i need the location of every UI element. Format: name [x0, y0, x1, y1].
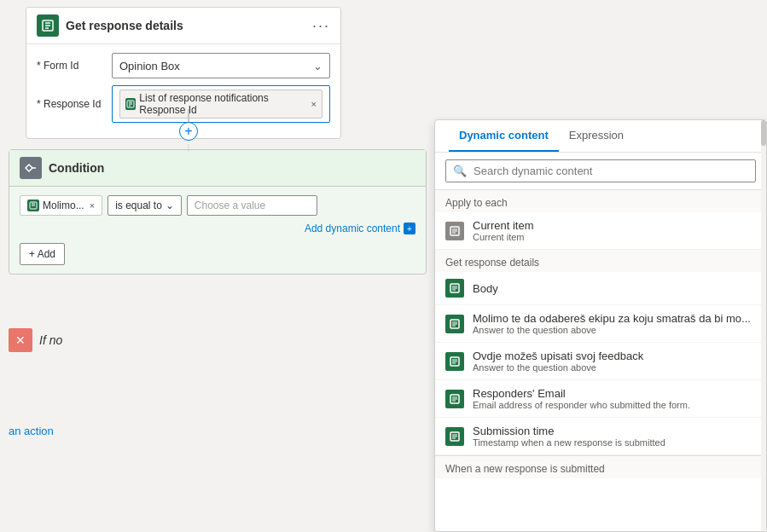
responders-email-icon [445, 390, 464, 408]
condition-token-chip: Molimo... × [20, 195, 102, 216]
body-icon [445, 279, 464, 298]
form-id-value: Opinion Box [119, 60, 180, 72]
forms-icon [37, 14, 59, 37]
condition-card: Condition Molimo... × is equal to [9, 149, 427, 275]
ovdje-name: Ovdje možeš upisati svoj feedback [473, 350, 756, 362]
submission-time-info: Submission time Timestamp when a new res… [473, 425, 756, 448]
ifno-x-icon: ✕ [9, 328, 32, 352]
tab-dynamic-content[interactable]: Dynamic content [449, 120, 559, 152]
add-dynamic-badge-icon: + [404, 223, 415, 234]
ovdje-info: Ovdje možeš upisati svoj feedback Answer… [473, 350, 756, 373]
panel-content: Apply to each Current item Current item … [435, 190, 766, 531]
section-get-response-details: Get response details [435, 250, 766, 272]
form-id-row: * Form Id Opinion Box ⌄ [37, 53, 330, 78]
molimo-name: Molimo te da odabereš ekipu za koju smat… [473, 312, 756, 325]
submission-time-name: Submission time [473, 425, 756, 437]
section-when-new-response: When a new response is submitted [435, 455, 766, 478]
connector-line-top [188, 109, 189, 122]
list-item[interactable]: Molimo te da odabereš ekipu za koju smat… [435, 305, 766, 343]
submission-time-icon [445, 427, 464, 446]
list-item[interactable]: Current item Current item [435, 212, 766, 250]
condition-operator-select[interactable]: is equal to ⌄ [107, 195, 182, 216]
section-apply-to-each: Apply to each [435, 190, 766, 212]
token-close-button[interactable]: × [311, 99, 317, 109]
tab-expression[interactable]: Expression [559, 120, 634, 152]
list-item[interactable]: Ovdje možeš upisati svoj feedback Answer… [435, 343, 766, 380]
search-icon: 🔍 [453, 165, 467, 177]
form-id-label: * Form Id [37, 60, 105, 72]
panel-tabs: Dynamic content Expression [435, 120, 766, 153]
dropdown-arrow-icon: ⌄ [313, 60, 322, 72]
add-dynamic-content-link[interactable]: Add dynamic content + [20, 223, 415, 234]
response-id-label: * Response Id [37, 98, 105, 110]
body-info: Body [473, 282, 756, 295]
current-item-desc: Current item [473, 232, 756, 242]
list-item[interactable]: Submission time Timestamp when a new res… [435, 418, 766, 455]
card-menu-button[interactable]: ··· [312, 17, 330, 35]
add-button[interactable]: + Add [20, 243, 65, 265]
add-step-button[interactable]: + [179, 122, 198, 141]
condition-token-icon [27, 200, 39, 211]
condition-title: Condition [49, 161, 104, 175]
connector-arrow-icon: ↓ [186, 141, 192, 153]
operator-arrow-icon: ⌄ [166, 200, 174, 211]
list-item[interactable]: Body [435, 272, 766, 305]
body-name: Body [473, 282, 756, 295]
ovdje-icon [445, 352, 464, 371]
search-box: 🔍 [445, 159, 756, 182]
current-item-name: Current item [473, 219, 756, 232]
token-text: List of response notifications Response … [139, 92, 305, 116]
response-id-field[interactable]: List of response notifications Response … [112, 85, 330, 123]
connector: + ↓ [179, 109, 198, 153]
scroll-track [761, 120, 766, 531]
card-header: Get response details ··· [26, 8, 340, 44]
condition-row: Molimo... × is equal to ⌄ Choose a value [20, 195, 415, 216]
search-input[interactable] [474, 165, 748, 177]
responders-email-info: Responders' Email Email address of respo… [473, 387, 756, 410]
molimo-desc: Answer to the question above [473, 325, 756, 335]
condition-header: Condition [9, 150, 426, 187]
action-link[interactable]: an action [9, 425, 54, 437]
list-item[interactable]: Responders' Email Email address of respo… [435, 380, 766, 418]
condition-value-input[interactable]: Choose a value [187, 195, 317, 216]
token-forms-icon [125, 98, 136, 110]
responders-email-desc: Email address of responder who submitted… [473, 400, 756, 410]
current-item-icon [445, 222, 464, 240]
ifno-section: ✕ If no [9, 328, 427, 352]
molimo-icon [445, 315, 464, 333]
ovdje-desc: Answer to the question above [473, 362, 756, 373]
submission-time-desc: Timestamp when a new response is submitt… [473, 437, 756, 448]
add-dynamic-text: Add dynamic content [305, 223, 400, 234]
condition-token-close[interactable]: × [90, 200, 95, 211]
card-header-left: Get response details [37, 14, 183, 37]
workflow-area: Get response details ··· * Form Id Opini… [0, 0, 435, 532]
ifno-bar: ✕ If no [9, 328, 427, 352]
condition-token-text: Molimo... [43, 200, 84, 211]
dynamic-content-panel: Dynamic content Expression 🔍 Apply to ea… [434, 119, 767, 532]
card-title: Get response details [66, 19, 183, 32]
current-item-info: Current item Current item [473, 219, 756, 242]
condition-body: Molimo... × is equal to ⌄ Choose a value… [9, 187, 426, 274]
responders-email-name: Responders' Email [473, 387, 756, 400]
response-token-chip: List of response notifications Response … [119, 90, 322, 119]
scroll-thumb[interactable] [761, 120, 766, 146]
molimo-info: Molimo te da odabereš ekipu za koju smat… [473, 312, 756, 335]
condition-icon [20, 157, 42, 179]
panel-search: 🔍 [435, 153, 766, 190]
form-id-input[interactable]: Opinion Box ⌄ [112, 53, 330, 78]
ifno-label: If no [39, 333, 62, 347]
